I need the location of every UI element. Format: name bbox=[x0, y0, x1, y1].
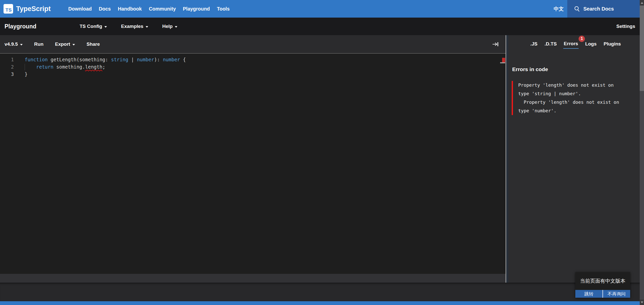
tab-errors[interactable]: Errors1 bbox=[563, 40, 579, 49]
code-text: function getLength(something: string | n… bbox=[25, 56, 186, 63]
chinese-version-popup: 当前页面有中文版本 跳转 不再询问 bbox=[575, 272, 630, 298]
language-toggle-button[interactable]: 中文 bbox=[554, 6, 564, 12]
search-icon bbox=[574, 6, 580, 12]
triangle-down-icon bbox=[641, 301, 643, 303]
tab-label: Plugins bbox=[604, 41, 621, 46]
export-dropdown[interactable]: Export bbox=[55, 41, 75, 47]
chevron-down-icon bbox=[175, 26, 177, 28]
nav-item-download[interactable]: Download bbox=[68, 6, 92, 12]
subnav-menus: TS ConfigExamplesHelp bbox=[80, 24, 178, 29]
code-token bbox=[25, 64, 36, 70]
sidebar-tabbar: .JS.D.TSErrors1LogsPlugins bbox=[506, 35, 640, 53]
editor-toolbar: v4.9.5 Run Export Share bbox=[0, 35, 506, 53]
settings-button[interactable]: Settings bbox=[616, 24, 635, 29]
code-keyword: number bbox=[137, 57, 154, 62]
tab-dts[interactable]: .D.TS bbox=[544, 40, 557, 48]
code-lines: 1function getLength(something: string | … bbox=[0, 56, 506, 78]
brand-title[interactable]: TypeScript bbox=[16, 5, 51, 13]
popup-buttons: 跳转 不再询问 bbox=[575, 290, 630, 298]
error-count-badge: 1 bbox=[579, 36, 585, 42]
popup-message: 当前页面有中文版本 bbox=[575, 272, 630, 290]
nav-item-community[interactable]: Community bbox=[149, 6, 176, 12]
version-label: v4.9.5 bbox=[5, 41, 18, 47]
chevron-down-icon bbox=[20, 44, 23, 45]
code-editor[interactable]: 1function getLength(something: string | … bbox=[0, 53, 506, 274]
code-text: return something.length; bbox=[25, 63, 105, 71]
editor-bottom-bar bbox=[0, 274, 506, 283]
tab-plugins[interactable]: Plugins bbox=[603, 40, 622, 48]
tab-logs[interactable]: Logs bbox=[585, 40, 597, 48]
code-token: { bbox=[180, 57, 186, 62]
code-keyword: number bbox=[163, 57, 180, 62]
code-line[interactable]: 3} bbox=[0, 71, 506, 78]
search-docs-button[interactable]: Search Docs bbox=[567, 0, 640, 18]
errors-heading: Errors in code bbox=[512, 66, 640, 72]
page-footer bbox=[0, 283, 644, 301]
triangle-up-icon bbox=[641, 2, 643, 4]
page-title: Playground bbox=[5, 23, 36, 30]
popup-dismiss-button[interactable]: 不再询问 bbox=[602, 290, 630, 298]
nav-item-tools[interactable]: Tools bbox=[217, 6, 230, 12]
playground-sub-nav: Playground TS ConfigExamplesHelp Setting… bbox=[0, 18, 640, 35]
error-message-text: Property 'length' does not exist on type… bbox=[518, 81, 640, 115]
code-token: ): bbox=[154, 57, 163, 62]
nav-links: DownloadDocsHandbookCommunityPlaygroundT… bbox=[68, 6, 230, 12]
nav-right: 中文 Search Docs bbox=[554, 0, 640, 18]
code-line[interactable]: 1function getLength(something: string | … bbox=[0, 56, 506, 63]
page-scrollbar[interactable] bbox=[640, 0, 644, 305]
code-token: | bbox=[128, 57, 137, 62]
results-sidebar: .JS.D.TSErrors1LogsPlugins Errors in cod… bbox=[506, 35, 640, 283]
nav-item-playground[interactable]: Playground bbox=[183, 6, 210, 12]
chevron-down-icon bbox=[146, 26, 148, 28]
error-message-block: Property 'length' does not exist on type… bbox=[512, 81, 640, 115]
code-token: } bbox=[25, 71, 27, 77]
menu-label: Examples bbox=[121, 24, 143, 29]
code-text: } bbox=[25, 71, 27, 78]
menu-ts-config[interactable]: TS Config bbox=[80, 24, 107, 29]
menu-help[interactable]: Help bbox=[162, 24, 177, 29]
menu-label: Help bbox=[162, 24, 173, 29]
menu-label: TS Config bbox=[80, 24, 102, 29]
tab-label: Errors bbox=[564, 41, 578, 46]
chevron-down-icon bbox=[104, 26, 107, 28]
code-token: something. bbox=[53, 64, 85, 70]
nav-item-handbook[interactable]: Handbook bbox=[118, 6, 142, 12]
code-keyword: function bbox=[25, 57, 48, 62]
indent-guide bbox=[25, 64, 25, 70]
code-keyword: string bbox=[111, 57, 128, 62]
share-button[interactable]: Share bbox=[87, 41, 100, 47]
footer-accent-bar bbox=[0, 301, 644, 305]
export-label: Export bbox=[55, 41, 70, 47]
scrollbar-up-button[interactable] bbox=[640, 0, 644, 6]
typescript-logo-text: TS bbox=[6, 7, 12, 13]
nav-item-docs[interactable]: Docs bbox=[99, 6, 111, 12]
line-number: 3 bbox=[0, 71, 14, 78]
tab-js[interactable]: .JS bbox=[530, 40, 538, 48]
line-number: 1 bbox=[0, 56, 14, 63]
run-button[interactable]: Run bbox=[34, 41, 44, 47]
overview-ruler-cursor-marker bbox=[500, 62, 505, 63]
tab-label: .D.TS bbox=[545, 41, 557, 46]
code-token: ; bbox=[102, 64, 105, 70]
code-line[interactable]: 2 return something.length; bbox=[0, 63, 506, 71]
chevron-down-icon bbox=[72, 44, 75, 45]
scrollbar-thumb[interactable] bbox=[640, 6, 644, 91]
collapse-sidebar-arrow-icon[interactable] bbox=[492, 42, 500, 47]
scrollbar-down-button[interactable] bbox=[640, 299, 644, 305]
code-keyword: return bbox=[36, 64, 54, 70]
line-number: 2 bbox=[0, 63, 14, 71]
tab-label: .JS bbox=[530, 41, 538, 46]
top-nav: TS TypeScript DownloadDocsHandbookCommun… bbox=[0, 0, 640, 18]
typescript-logo-icon[interactable]: TS bbox=[4, 4, 13, 14]
overview-ruler-error-marker bbox=[502, 58, 505, 62]
code-token: getLength(something: bbox=[48, 57, 111, 62]
menu-examples[interactable]: Examples bbox=[121, 24, 148, 29]
code-error-token: length bbox=[85, 64, 102, 70]
search-docs-label: Search Docs bbox=[583, 6, 614, 12]
popup-go-button[interactable]: 跳转 bbox=[575, 290, 602, 298]
version-dropdown[interactable]: v4.9.5 bbox=[5, 41, 23, 47]
tab-label: Logs bbox=[585, 41, 596, 46]
